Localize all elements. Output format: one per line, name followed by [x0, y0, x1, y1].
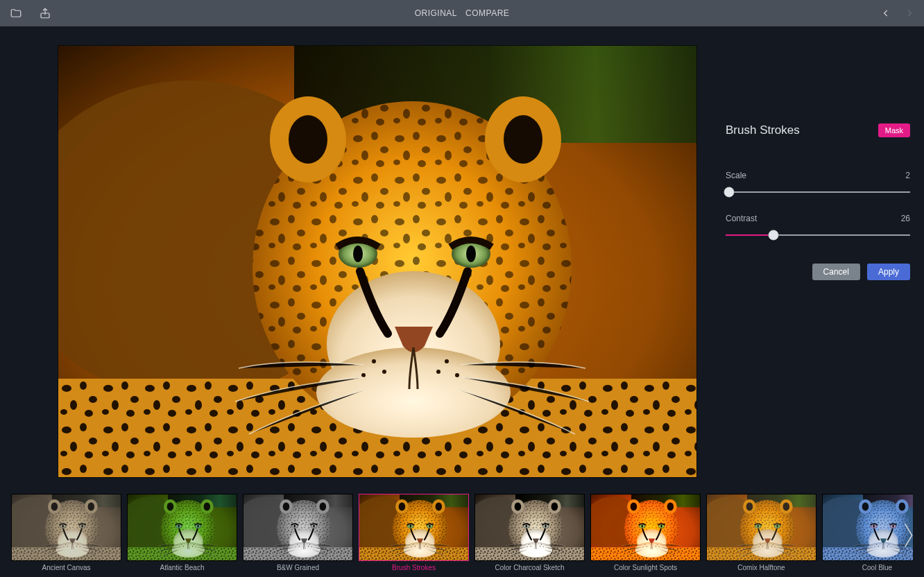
- filter-thumb-image[interactable]: [243, 494, 353, 561]
- filter-thumb-image[interactable]: [822, 494, 913, 561]
- preview-image[interactable]: [58, 46, 696, 477]
- filter-thumb-image[interactable]: [474, 494, 585, 561]
- filter-thumb-image[interactable]: [706, 494, 816, 561]
- filter-thumb-label: Brush Strokes: [392, 564, 436, 571]
- filter-thumb-label: Color Charcoal Sketch: [495, 564, 564, 571]
- topbar: ORIGINAL COMPARE: [0, 0, 924, 26]
- filter-thumb-brush-strokes[interactable]: Brush Strokes: [359, 494, 469, 571]
- slider-contrast-track[interactable]: [726, 230, 910, 240]
- slider-scale-label: Scale: [726, 171, 746, 180]
- prev-image-icon[interactable]: [881, 7, 891, 19]
- filter-thumb-comix-halftone[interactable]: Comix Halftone: [706, 494, 816, 571]
- filter-strip: Ancient CanvasAtlantic BeachB&W GrainedB…: [0, 494, 924, 577]
- filter-thumb-image[interactable]: [590, 494, 701, 561]
- filter-thumb-atlantic-beach[interactable]: Atlantic Beach: [127, 494, 237, 571]
- filter-thumb-cool-blue[interactable]: Cool Blue: [822, 494, 913, 571]
- slider-contrast-value: 26: [901, 214, 910, 223]
- filter-thumb-label: Ancient Canvas: [42, 564, 90, 571]
- filter-thumb-ancient-canvas[interactable]: Ancient Canvas: [11, 494, 121, 571]
- filter-thumb-color-sunlight-spots[interactable]: Color Sunlight Spots: [590, 494, 701, 571]
- mask-button[interactable]: Mask: [878, 123, 910, 137]
- filter-thumb-label: B&W Grained: [277, 564, 319, 571]
- slider-contrast-label: Contrast: [726, 214, 757, 223]
- effect-panel: Brush Strokes Mask Scale 2 Contrast 26: [721, 26, 924, 494]
- slider-scale-value: 2: [905, 171, 910, 180]
- compare-tab[interactable]: COMPARE: [465, 8, 509, 18]
- original-tab[interactable]: ORIGINAL: [415, 8, 457, 18]
- filter-thumb-image[interactable]: [127, 494, 237, 561]
- apply-button[interactable]: Apply: [867, 264, 910, 280]
- filter-thumb-color-charcoal-sketch[interactable]: Color Charcoal Sketch: [474, 494, 585, 571]
- filter-thumb-label: Cool Blue: [862, 564, 892, 571]
- effect-title: Brush Strokes: [726, 123, 800, 137]
- next-image-icon[interactable]: [905, 7, 914, 19]
- slider-scale-track[interactable]: [726, 187, 910, 197]
- slider-contrast: Contrast 26: [726, 214, 910, 240]
- strip-next-icon[interactable]: [900, 520, 914, 553]
- filter-thumb-label: Atlantic Beach: [160, 564, 205, 571]
- filter-thumb-image[interactable]: [359, 494, 469, 561]
- filter-thumb-b-w-grained[interactable]: B&W Grained: [243, 494, 353, 571]
- cancel-button[interactable]: Cancel: [812, 264, 860, 280]
- filter-thumb-label: Color Sunlight Spots: [614, 564, 677, 571]
- folder-icon[interactable]: [10, 7, 22, 19]
- filter-thumb-label: Comix Halftone: [737, 564, 785, 571]
- share-icon[interactable]: [39, 7, 51, 19]
- filter-thumb-image[interactable]: [11, 494, 121, 561]
- slider-scale: Scale 2: [726, 171, 910, 197]
